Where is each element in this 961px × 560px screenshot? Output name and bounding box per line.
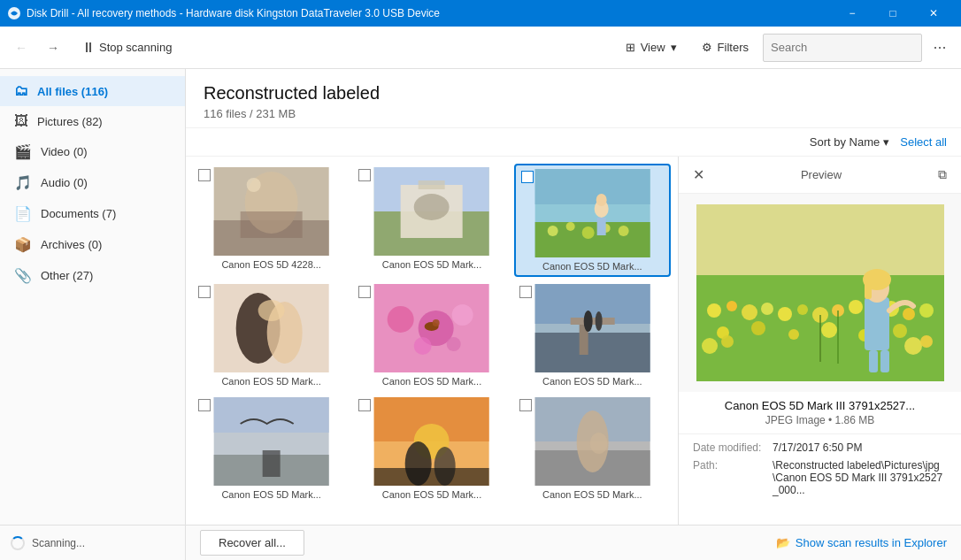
status-bar: Scanning... — [0, 525, 186, 560]
grid-item-label-0: Canon EOS 5D 4228... — [196, 259, 346, 270]
forward-button[interactable]: → — [39, 34, 67, 62]
content-toolbar: Sort by Name ▾ Select all — [186, 128, 961, 157]
pictures-icon: 🖼 — [14, 113, 28, 129]
grid-item-checkbox-0[interactable] — [198, 169, 211, 181]
grid-item-checkbox-8[interactable] — [519, 399, 532, 411]
grid-item-0[interactable]: Canon EOS 5D 4228... — [193, 164, 350, 277]
grid-item-label-7: Canon EOS 5D Mark... — [357, 489, 506, 500]
select-all-button[interactable]: Select all — [900, 135, 947, 149]
grid-scroll[interactable]: Canon EOS 5D 4228... — [186, 157, 678, 560]
grid-item-image-3 — [196, 284, 346, 372]
svg-point-22 — [596, 194, 606, 206]
grid-item-image-4 — [357, 284, 506, 372]
main-layout: 🗂 All files (116) 🖼 Pictures (82) 🎬 Vide… — [0, 69, 961, 560]
preview-image-container — [679, 194, 961, 392]
show-explorer-button[interactable]: 📂 Show scan results in Explorer — [776, 536, 947, 549]
window-controls: − □ ✕ — [832, 0, 954, 27]
back-button[interactable]: ← — [7, 34, 35, 62]
grid-item-label-3: Canon EOS 5D Mark... — [196, 376, 346, 387]
svg-rect-45 — [263, 450, 281, 477]
svg-point-69 — [849, 300, 863, 314]
svg-point-65 — [778, 307, 792, 321]
sidebar-item-audio[interactable]: 🎵 Audio (0) — [0, 167, 185, 198]
preview-copy-button[interactable]: ⧉ — [934, 165, 950, 184]
grid-item-image-0 — [196, 167, 346, 256]
preview-close-button[interactable]: ✕ — [689, 166, 708, 184]
sidebar-item-pictures[interactable]: 🖼 Pictures (82) — [0, 106, 185, 136]
page-title: Reconstructed labeled — [204, 83, 943, 104]
grid-item-image-2 — [519, 169, 665, 257]
svg-rect-5 — [241, 211, 303, 238]
page-subtitle: 116 files / 231 MB — [204, 107, 943, 120]
svg-rect-21 — [596, 218, 605, 235]
main-container: 🗂 All files (116) 🖼 Pictures (82) 🎬 Vide… — [0, 69, 961, 560]
svg-point-19 — [618, 226, 628, 236]
grid-item-6[interactable]: Canon EOS 5D Mark... — [193, 394, 350, 503]
grid-item-5[interactable]: Canon EOS 5D Mark... — [514, 280, 671, 390]
svg-rect-86 — [869, 350, 878, 372]
svg-point-61 — [707, 303, 721, 318]
show-explorer-label: Show scan results in Explorer — [796, 536, 947, 549]
recover-all-button[interactable]: Recover all... — [200, 530, 304, 556]
sidebar-item-archives[interactable]: 📦 Archives (0) — [0, 229, 185, 260]
stop-scanning-button[interactable]: ⏸ Stop scanning — [71, 35, 182, 61]
svg-point-73 — [919, 303, 934, 318]
grid-item-checkbox-2[interactable] — [521, 171, 534, 183]
svg-rect-87 — [880, 350, 889, 372]
svg-rect-13 — [534, 169, 650, 204]
sort-button[interactable]: Sort by Name ▾ — [810, 135, 889, 149]
svg-point-4 — [247, 178, 261, 192]
svg-point-41 — [595, 311, 602, 331]
other-icon: 📎 — [14, 267, 32, 284]
grid-item-image-1 — [357, 167, 506, 256]
content-area: Reconstructed labeled 116 files / 231 MB… — [186, 69, 961, 560]
minimize-button[interactable]: − — [832, 0, 873, 27]
grid-item-8[interactable]: Canon EOS 5D Mark... — [514, 394, 671, 503]
grid-item-2[interactable]: Canon EOS 5D Mark... — [514, 164, 671, 277]
svg-rect-82 — [865, 297, 889, 350]
preview-date-label: Date modified: — [693, 441, 773, 454]
filters-button[interactable]: ⚙ Filters — [691, 35, 759, 59]
view-label: View — [641, 41, 665, 54]
svg-rect-43 — [214, 397, 329, 433]
grid-item-label-5: Canon EOS 5D Mark... — [518, 376, 667, 387]
grid-item-1[interactable]: Canon EOS 5D Mark... — [353, 164, 510, 277]
more-button[interactable]: ··· — [926, 34, 954, 62]
grid-item-checkbox-1[interactable] — [358, 169, 371, 181]
preview-header-actions: ⧉ — [934, 165, 950, 184]
svg-point-62 — [727, 301, 737, 311]
sidebar-item-other[interactable]: 📎 Other (27) — [0, 260, 185, 291]
scanning-label: Scanning... — [32, 537, 85, 549]
close-button[interactable]: ✕ — [913, 0, 954, 27]
search-input[interactable] — [763, 34, 922, 62]
sidebar-item-label-other: Other (27) — [41, 269, 93, 282]
grid-item-checkbox-3[interactable] — [198, 286, 211, 298]
sidebar-item-documents[interactable]: 📄 Documents (7) — [0, 198, 185, 229]
grid-item-checkbox-5[interactable] — [519, 286, 532, 298]
sidebar-item-all-files[interactable]: 🗂 All files (116) — [0, 76, 185, 106]
app-icon — [7, 6, 21, 20]
svg-point-77 — [821, 322, 837, 338]
grid-item-label-4: Canon EOS 5D Mark... — [357, 376, 506, 387]
preview-header: ✕ Preview ⧉ — [679, 157, 961, 194]
preview-image — [696, 204, 944, 381]
svg-point-26 — [258, 300, 285, 321]
sidebar-item-label-archives: Archives (0) — [41, 238, 102, 251]
view-button[interactable]: ⊞ View ▾ — [615, 35, 688, 59]
svg-point-32 — [447, 337, 461, 351]
svg-point-40 — [583, 311, 592, 332]
maximize-button[interactable]: □ — [873, 0, 913, 27]
svg-point-91 — [721, 335, 734, 348]
grid-item-checkbox-4[interactable] — [358, 286, 371, 298]
sidebar-item-label-documents: Documents (7) — [41, 207, 116, 220]
sidebar-item-video[interactable]: 🎬 Video (0) — [0, 136, 185, 167]
preview-path-value: \Reconstructed labeled\Pictures\jpg\Cano… — [773, 459, 947, 496]
svg-point-76 — [788, 329, 799, 340]
grid-item-checkbox-6[interactable] — [198, 399, 211, 411]
grid-item-4[interactable]: Canon EOS 5D Mark... — [353, 280, 510, 390]
svg-point-64 — [761, 303, 773, 315]
grid-item-label-1: Canon EOS 5D Mark... — [357, 259, 506, 270]
grid-item-7[interactable]: Canon EOS 5D Mark... — [353, 394, 510, 503]
grid-item-3[interactable]: Canon EOS 5D Mark... — [193, 280, 350, 390]
grid-item-checkbox-7[interactable] — [358, 399, 371, 411]
